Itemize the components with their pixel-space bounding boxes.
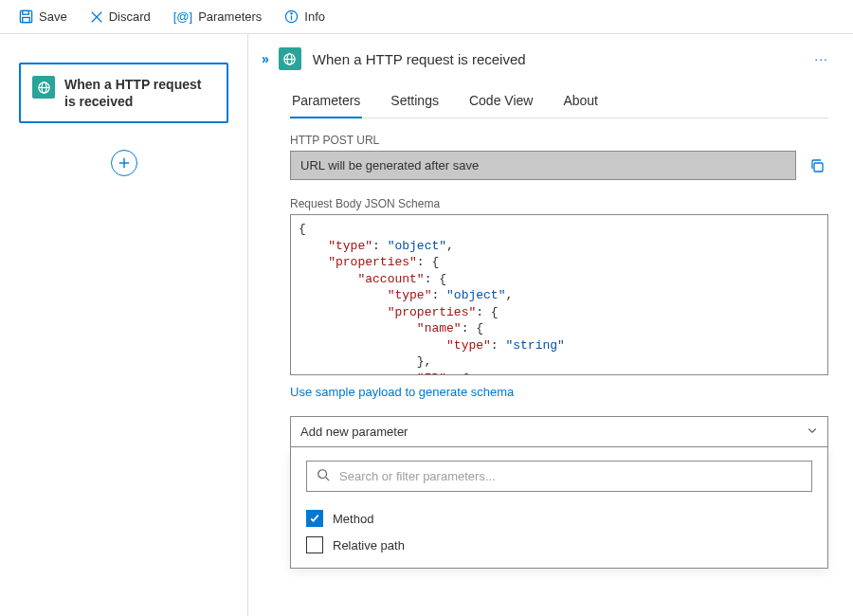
designer-canvas: When a HTTP request is received (0, 34, 248, 616)
save-icon (19, 9, 33, 24)
info-button[interactable]: Info (275, 6, 335, 27)
collapse-panel-button[interactable]: » (262, 51, 267, 66)
parameters-icon: [@] (173, 9, 192, 24)
checkbox-unchecked-icon (306, 536, 323, 553)
panel-title: When a HTTP request is received (313, 51, 804, 67)
main: When a HTTP request is received » When a… (0, 34, 853, 616)
param-option-method-label: Method (333, 512, 373, 526)
svg-rect-2 (23, 17, 30, 22)
param-option-relpath-label: Relative path (333, 538, 405, 553)
panel-more-button[interactable]: ··· (814, 51, 828, 66)
tab-settings[interactable]: Settings (389, 87, 441, 118)
info-label: Info (304, 9, 325, 24)
http-request-icon (32, 76, 55, 99)
details-panel: » When a HTTP request is received ··· Pa… (248, 34, 853, 616)
discard-button[interactable]: Discard (81, 6, 160, 27)
schema-label: Request Body JSON Schema (290, 197, 828, 210)
trigger-card-title: When a HTTP request is received (64, 76, 215, 110)
svg-line-16 (326, 478, 330, 481)
tab-parameters[interactable]: Parameters (290, 87, 362, 118)
use-sample-payload-link[interactable]: Use sample payload to generate schema (290, 385, 514, 399)
param-option-method[interactable]: Method (306, 505, 812, 532)
save-label: Save (39, 9, 67, 24)
add-new-parameter-label: Add new parameter (300, 425, 408, 439)
trigger-card[interactable]: When a HTTP request is received (19, 63, 228, 123)
toolbar: Save Discard [@] Parameters Info (0, 0, 853, 34)
panel-tabs: Parameters Settings Code View About (290, 87, 828, 118)
discard-label: Discard (109, 9, 151, 24)
svg-point-15 (318, 470, 327, 479)
http-post-url-label: HTTP POST URL (290, 134, 828, 147)
http-request-icon (279, 47, 301, 70)
http-post-url-field: URL will be generated after save (290, 151, 796, 180)
info-icon (284, 9, 299, 24)
add-parameter-popover: Method Relative path (290, 447, 828, 569)
tab-about[interactable]: About (561, 87, 600, 118)
schema-editor[interactable]: { "type": "object", "properties": { "acc… (290, 214, 828, 375)
add-new-parameter-dropdown[interactable]: Add new parameter (290, 416, 828, 447)
parameter-search-field[interactable] (306, 461, 812, 492)
chevron-down-icon (807, 425, 818, 439)
parameters-button[interactable]: [@] Parameters (164, 6, 272, 27)
copy-url-button[interactable] (806, 151, 828, 180)
close-icon (90, 10, 103, 24)
svg-rect-14 (814, 163, 823, 172)
save-button[interactable]: Save (9, 6, 77, 27)
parameters-label: Parameters (198, 9, 262, 24)
add-step-button[interactable] (111, 150, 137, 176)
svg-rect-1 (23, 10, 29, 14)
param-option-relative-path[interactable]: Relative path (306, 532, 812, 558)
parameter-search-input[interactable] (337, 468, 802, 484)
checkbox-checked-icon (306, 510, 323, 527)
tab-codeview[interactable]: Code View (467, 87, 535, 118)
svg-point-5 (291, 13, 292, 14)
search-icon (317, 468, 330, 484)
